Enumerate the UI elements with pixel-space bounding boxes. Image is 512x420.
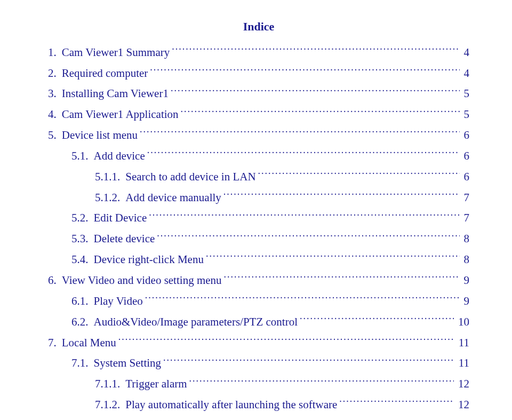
toc-entry-number: 1. bbox=[48, 42, 60, 63]
toc-leader-dots bbox=[171, 86, 460, 97]
toc-leader-dots bbox=[339, 397, 454, 408]
toc-entry[interactable]: 5.1.Add device6 bbox=[48, 146, 469, 167]
toc-entry-page: 4 bbox=[462, 42, 470, 63]
toc-entry[interactable]: 6.View Video and video setting menu9 bbox=[48, 270, 469, 291]
toc-entry-page: 6 bbox=[462, 146, 470, 167]
toc-entry-label: Trigger alarm bbox=[125, 374, 187, 394]
toc-leader-dots bbox=[157, 231, 459, 242]
toc-entry-label: Local Menu bbox=[62, 332, 116, 353]
toc-entry-page: 12 bbox=[456, 374, 469, 394]
toc-entry-label: Play Video bbox=[94, 291, 143, 312]
toc-entry-label: Required computer bbox=[62, 63, 148, 84]
toc-leader-dots bbox=[223, 190, 460, 201]
toc-entry-number: 7.1.3. bbox=[95, 415, 123, 420]
toc-entry-number: 5.3. bbox=[71, 228, 92, 249]
toc-entry-page: 4 bbox=[462, 63, 470, 84]
toc-entry-number: 7.1. bbox=[71, 353, 92, 374]
toc-entry-label: Device right-click Menu bbox=[94, 249, 204, 270]
toc-entry[interactable]: 6.2.Audio&Video/Image parameters/PTZ con… bbox=[48, 312, 469, 332]
toc-entry-number: 5. bbox=[48, 125, 60, 146]
toc-entry[interactable]: 7.1.2.Play automatically after launching… bbox=[48, 394, 469, 415]
toc-entry-number: 5.1.2. bbox=[95, 187, 123, 208]
toc-entry-number: 7.1.2. bbox=[95, 394, 123, 415]
toc-entry-page: 10 bbox=[456, 312, 469, 332]
toc-entry-page: 11 bbox=[457, 332, 469, 353]
toc-leader-dots bbox=[189, 376, 454, 387]
toc-entry-number: 3. bbox=[48, 83, 60, 104]
toc-entry[interactable]: 7.1.System Setting11 bbox=[48, 353, 469, 374]
toc-entry[interactable]: 2.Required computer4 bbox=[48, 63, 469, 84]
toc-entry[interactable]: 5.1.2.Add device manually7 bbox=[48, 187, 469, 208]
toc-entry-label: Device list menu bbox=[62, 125, 138, 146]
toc-leader-dots bbox=[163, 355, 454, 367]
toc-entry-label: Add device manually bbox=[125, 187, 221, 208]
toc-leader-dots bbox=[149, 210, 459, 221]
toc-entry-label: Play automatically after launching the s… bbox=[125, 394, 337, 415]
toc-entry-page: 12 bbox=[456, 394, 469, 415]
toc-entry-number: 7.1.1. bbox=[95, 374, 123, 394]
toc-entry-number: 5.1. bbox=[71, 146, 92, 167]
toc-entry-number: 6. bbox=[48, 270, 60, 291]
toc-leader-dots bbox=[219, 418, 454, 420]
toc-entry[interactable]: 5.4.Device right-click Menu8 bbox=[48, 249, 469, 270]
toc-leader-dots bbox=[206, 252, 460, 263]
toc-entry[interactable]: 5.2.Edit Device7 bbox=[48, 208, 469, 228]
toc-entry-number: 5.4. bbox=[71, 249, 92, 270]
toc-leader-dots bbox=[140, 128, 459, 139]
toc-entry-number: 2. bbox=[48, 63, 60, 84]
toc-entry-page: 9 bbox=[462, 270, 470, 291]
toc-entry-number: 6.2. bbox=[71, 312, 92, 332]
toc-entry-number: 5.2. bbox=[71, 208, 92, 228]
toc-entry[interactable]: 4.Cam Viewer1 Application5 bbox=[48, 104, 469, 125]
toc-entry-page: 6 bbox=[462, 167, 470, 187]
toc-entry-page: 11 bbox=[457, 353, 469, 374]
toc-entry[interactable]: 1.Cam Viewer1 Summary4 bbox=[48, 42, 469, 63]
toc-leader-dots bbox=[145, 294, 460, 305]
toc-entry-number: 6.1. bbox=[71, 291, 92, 312]
toc-entry-page: 7 bbox=[462, 187, 470, 208]
toc-leader-dots bbox=[181, 107, 460, 118]
toc-entry-label: Installing Cam Viewer1 bbox=[62, 83, 169, 104]
toc-leader-dots bbox=[147, 148, 460, 160]
toc-entry-page: 5 bbox=[462, 104, 470, 125]
toc-entry-page: 7 bbox=[462, 208, 470, 228]
toc-entry-label: Delete device bbox=[94, 228, 155, 249]
toc-entry-number: 4. bbox=[48, 104, 60, 125]
toc-leader-dots bbox=[172, 45, 459, 56]
toc-entry-label: View Video and video setting menu bbox=[62, 270, 222, 291]
toc-entry-label: Default Record Plan bbox=[125, 415, 217, 420]
toc-entry[interactable]: 5.1.1.Search to add device in LAN6 bbox=[48, 167, 469, 187]
toc-entry-label: Cam Viewer1 Application bbox=[62, 104, 179, 125]
toc-entry-number: 5.1.1. bbox=[95, 167, 123, 187]
toc-entry[interactable]: 7.Local Menu11 bbox=[48, 332, 469, 353]
table-of-contents: 1.Cam Viewer1 Summary42.Required compute… bbox=[48, 42, 469, 420]
toc-leader-dots bbox=[258, 169, 460, 180]
toc-entry-label: Edit Device bbox=[94, 208, 147, 228]
toc-entry[interactable]: 5.3.Delete device8 bbox=[48, 228, 469, 249]
toc-entry-page: 12 bbox=[456, 415, 469, 420]
toc-entry-page: 8 bbox=[462, 228, 470, 249]
toc-entry-label: System Setting bbox=[94, 353, 162, 374]
toc-entry-label: Add device bbox=[94, 146, 145, 167]
toc-leader-dots bbox=[118, 335, 454, 346]
toc-entry-label: Search to add device in LAN bbox=[125, 167, 255, 187]
toc-leader-dots bbox=[224, 273, 460, 284]
page-title: Indice bbox=[48, 16, 469, 38]
toc-entry-number: 7. bbox=[48, 332, 60, 353]
toc-entry[interactable]: 3.Installing Cam Viewer15 bbox=[48, 83, 469, 104]
toc-leader-dots bbox=[150, 66, 459, 77]
toc-entry-page: 6 bbox=[462, 125, 470, 146]
toc-entry-label: Cam Viewer1 Summary bbox=[62, 42, 170, 63]
toc-entry-page: 5 bbox=[462, 83, 470, 104]
toc-entry-label: Audio&Video/Image parameters/PTZ control bbox=[94, 312, 298, 332]
toc-entry[interactable]: 7.1.1.Trigger alarm12 bbox=[48, 374, 469, 394]
toc-entry-page: 8 bbox=[462, 249, 470, 270]
toc-entry[interactable]: 5.Device list menu6 bbox=[48, 125, 469, 146]
toc-leader-dots bbox=[300, 314, 454, 326]
toc-entry-page: 9 bbox=[462, 291, 470, 312]
toc-entry[interactable]: 7.1.3.Default Record Plan12 bbox=[48, 415, 469, 420]
toc-entry[interactable]: 6.1.Play Video9 bbox=[48, 291, 469, 312]
